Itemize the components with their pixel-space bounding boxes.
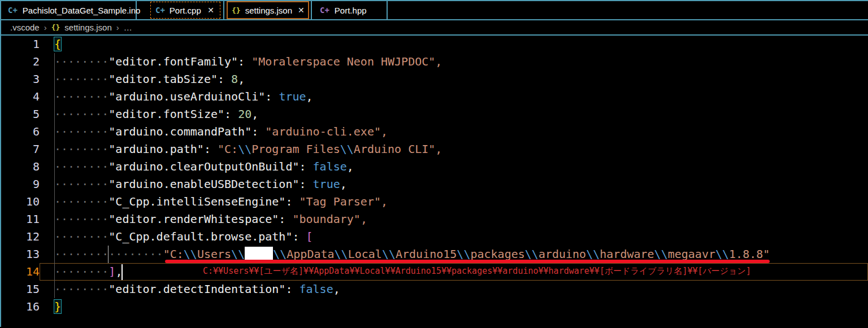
tab-label: Pachislot_DataGet_Sample.ino — [23, 6, 140, 15]
code-text[interactable]: ········"arduino.path": "C:\\Program Fil… — [40, 141, 868, 158]
code-line: 5········"editor.fontSize": 20, — [0, 106, 868, 123]
tab-bar-empty-space — [388, 1, 868, 19]
json-file-icon: {} — [232, 6, 241, 15]
tab-settings-json-active-outline: {} settings.json ✕ — [227, 1, 309, 19]
line-number: 10 — [0, 193, 40, 211]
close-icon[interactable]: ✕ — [297, 6, 306, 15]
line-number: 9 — [0, 176, 40, 193]
code-text[interactable]: ········], — [40, 263, 868, 281]
line-number: 5 — [0, 106, 40, 123]
close-icon[interactable]: ✕ — [206, 6, 215, 15]
code-line: 4········"arduino.useArduinoCli": true, — [0, 88, 868, 106]
code-text[interactable]: { — [40, 36, 868, 53]
code-text[interactable]: ········"editor.renderWhitespace": "boun… — [40, 211, 868, 228]
line-number: 4 — [0, 88, 40, 106]
code-text[interactable]: ········"editor.fontFamily": "Moralerspa… — [40, 53, 868, 71]
editor-tab-bar: C+ Pachislot_DataGet_Sample.ino C+ Port.… — [0, 0, 868, 20]
tab-label: settings.json — [245, 6, 292, 15]
code-line: 14········], — [0, 263, 868, 281]
code-line: 11········"editor.renderWhitespace": "bo… — [0, 211, 868, 228]
line-number: 15 — [0, 281, 40, 298]
code-text[interactable]: ········"arduino.clearOutputOnBuild": fa… — [40, 158, 868, 176]
line-number: 7 — [0, 141, 40, 158]
cpp-header-file-icon: C+ — [320, 6, 329, 15]
code-text[interactable]: ········"editor.fontSize": 20, — [40, 106, 868, 123]
cpp-file-icon: C+ — [8, 6, 18, 15]
tab-settings-json[interactable]: {} settings.json ✕ — [224, 1, 312, 19]
tab-port-cpp[interactable]: C+ Port.cpp ✕ — [137, 1, 224, 19]
code-text[interactable]: ········"arduino.useArduinoCli": true, — [40, 88, 868, 106]
code-line: 12········"C_Cpp.default.browse.path": [ — [0, 228, 868, 246]
line-number: 8 — [0, 158, 40, 176]
breadcrumb: .vscode › {} settings.json › … — [0, 20, 868, 36]
code-line: 3········"editor.tabSize": 8, — [0, 71, 868, 88]
code-line: 15········"editor.detectIndentation": fa… — [0, 281, 868, 298]
line-number: 2 — [0, 53, 40, 71]
window-left-border — [0, 0, 1, 327]
vscode-window: C+ Pachislot_DataGet_Sample.ino C+ Port.… — [0, 0, 868, 328]
code-line: 7········"arduino.path": "C:\\Program Fi… — [0, 141, 868, 158]
line-number: 13 — [0, 246, 40, 263]
code-text[interactable]: ········"C_Cpp.intelliSenseEngine": "Tag… — [40, 193, 868, 211]
code-text[interactable]: ········"arduino.enableUSBDetection": tr… — [40, 176, 868, 193]
code-line: 6········"arduino.commandPath": "arduino… — [0, 123, 868, 141]
code-line: 16} — [0, 298, 868, 316]
line-number: 16 — [0, 298, 40, 316]
line-number: 14 — [0, 263, 40, 281]
code-line: 9········"arduino.enableUSBDetection": t… — [0, 176, 868, 193]
code-text[interactable]: ········"arduino.commandPath": "arduino-… — [40, 123, 868, 141]
code-text[interactable]: ········"editor.detectIndentation": fals… — [40, 281, 868, 298]
tab-label: Port.hpp — [335, 6, 367, 15]
chevron-right-icon: › — [44, 23, 47, 32]
tab-label: Port.cpp — [170, 6, 201, 15]
chevron-right-icon: › — [116, 23, 119, 32]
code-lines: 1{2········"editor.fontFamily": "Moraler… — [0, 36, 868, 316]
tab-port-hpp[interactable]: C+ Port.hpp — [312, 1, 388, 19]
json-file-icon: {} — [51, 23, 60, 32]
code-text[interactable]: ········"C_Cpp.default.browse.path": [ — [40, 228, 868, 246]
code-editor[interactable]: 1{2········"editor.fontFamily": "Moraler… — [0, 36, 868, 327]
tab-port-cpp-focus-outline: C+ Port.cpp ✕ — [150, 2, 220, 19]
line-number: 1 — [0, 36, 40, 53]
code-line: 8········"arduino.clearOutputOnBuild": f… — [0, 158, 868, 176]
redacted-username-box — [245, 247, 273, 261]
line-number: 6 — [0, 123, 40, 141]
code-text[interactable]: } — [40, 298, 868, 316]
code-line: 1{ — [0, 36, 868, 53]
code-line: 10········"C_Cpp.intelliSenseEngine": "T… — [0, 193, 868, 211]
line-number: 3 — [0, 71, 40, 88]
cpp-file-icon: C+ — [155, 6, 165, 15]
line-number: 11 — [0, 211, 40, 228]
tab-pachislot-dataget-sample-ino[interactable]: C+ Pachislot_DataGet_Sample.ino — [0, 1, 137, 19]
code-line: 2········"editor.fontFamily": "Moralersp… — [0, 53, 868, 71]
line-number: 12 — [0, 228, 40, 246]
code-text[interactable]: ················"C:\\Users\\\\AppData\\L… — [40, 246, 868, 263]
code-line: 13················"C:\\Users\\\\AppData\… — [0, 246, 868, 263]
breadcrumb-symbol-ellipsis[interactable]: … — [124, 23, 132, 32]
breadcrumb-settings-json[interactable]: settings.json — [64, 23, 111, 32]
breadcrumb-vscode-folder[interactable]: .vscode — [10, 23, 40, 32]
code-text[interactable]: ········"editor.tabSize": 8, — [40, 71, 868, 88]
